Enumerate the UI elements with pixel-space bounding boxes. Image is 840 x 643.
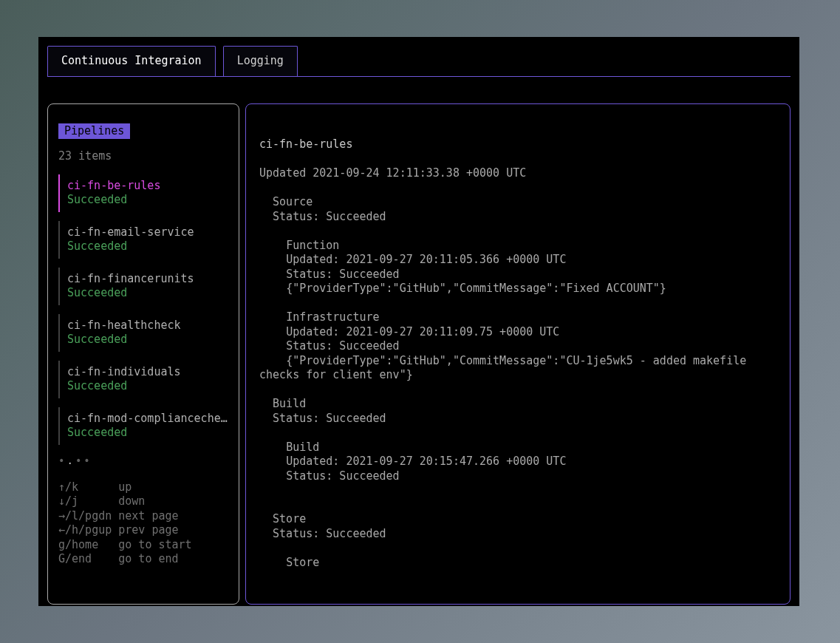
pipeline-status: Succeeded	[67, 379, 228, 394]
tab-logging[interactable]: Logging	[223, 46, 298, 76]
pipeline-list: ci-fn-be-rules Succeeded ci-fn-email-ser…	[58, 174, 228, 445]
detail-updated: Updated 2021-09-24 12:11:33.38 +0000 UTC	[259, 166, 526, 180]
detail-panel: ci-fn-be-rules Updated 2021-09-24 12:11:…	[245, 103, 791, 605]
hint-row: ←/h/pgup prev page	[58, 523, 228, 538]
sidebar: Pipelines 23 items ci-fn-be-rules Succee…	[47, 103, 239, 605]
hint-row: ↓/j down	[58, 494, 228, 509]
pipeline-name: ci-fn-be-rules	[67, 179, 228, 194]
detail-title: ci-fn-be-rules	[259, 137, 352, 151]
pipeline-item[interactable]: ci-fn-be-rules Succeeded	[58, 174, 228, 212]
pipeline-name: ci-fn-individuals	[67, 365, 228, 380]
pipeline-item[interactable]: ci-fn-healthcheck Succeeded	[58, 314, 228, 352]
tab-continuous-integration[interactable]: Continuous Integraion	[47, 46, 216, 76]
hint-row: →/l/pgdn next page	[58, 509, 228, 524]
pipeline-name: ci-fn-financerunits	[67, 272, 228, 287]
pipeline-name: ci-fn-email-service	[67, 225, 228, 240]
pipeline-status: Succeeded	[67, 193, 228, 208]
pipeline-name: ci-fn-mod-compliancechecks-longname	[67, 412, 228, 426]
pipeline-status: Succeeded	[67, 286, 228, 301]
pipelines-badge: Pipelines	[58, 123, 130, 140]
main-area: Pipelines 23 items ci-fn-be-rules Succee…	[47, 103, 791, 605]
pipeline-item[interactable]: ci-fn-individuals Succeeded	[58, 361, 228, 398]
detail-body: Source Status: Succeeded Function Update…	[259, 195, 753, 569]
pager-dots: •.••	[58, 454, 228, 467]
hint-row: g/home go to start	[58, 538, 228, 553]
pipeline-status: Succeeded	[67, 239, 228, 254]
hint-row: ↑/k up	[58, 480, 228, 495]
tab-divider	[47, 76, 791, 77]
app-window: Continuous Integraion Logging Pipelines …	[38, 37, 799, 606]
tab-bar: Continuous Integraion Logging	[47, 46, 791, 76]
pipeline-item[interactable]: ci-fn-mod-compliancechecks-longname Succ…	[58, 407, 228, 445]
hint-row: G/end go to end	[58, 552, 228, 567]
pipeline-name: ci-fn-healthcheck	[67, 319, 228, 333]
pipeline-count: 23 items	[58, 149, 228, 164]
keyboard-hints: ↑/k up ↓/j down →/l/pgdn next page ←/h/p…	[58, 480, 228, 567]
pipeline-item[interactable]: ci-fn-financerunits Succeeded	[58, 268, 228, 305]
pipeline-status: Succeeded	[67, 426, 228, 440]
pipeline-item[interactable]: ci-fn-email-service Succeeded	[58, 221, 228, 259]
pipeline-status: Succeeded	[67, 333, 228, 347]
